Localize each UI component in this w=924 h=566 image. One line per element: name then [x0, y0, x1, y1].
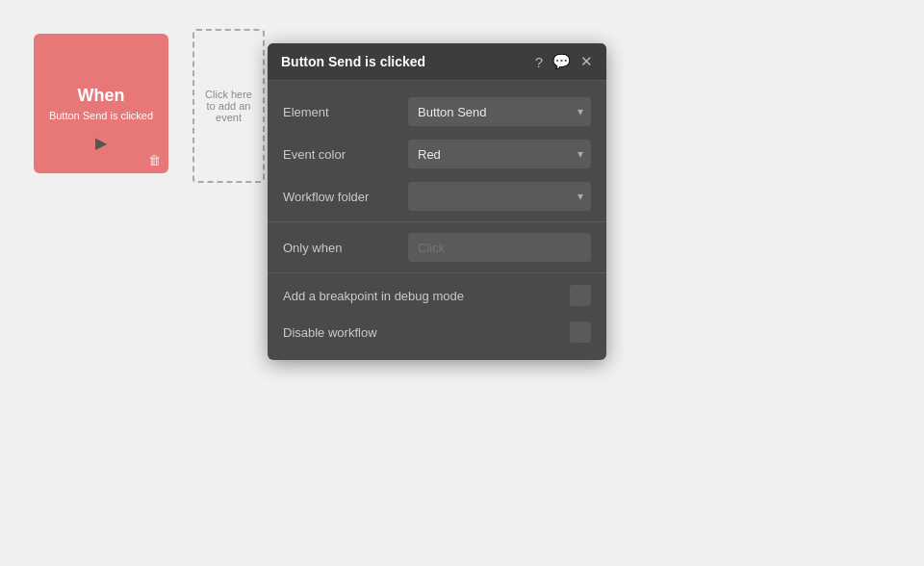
divider-1: [268, 221, 606, 222]
event-color-select[interactable]: Red Green Blue: [408, 140, 591, 168]
disable-workflow-label: Disable workflow: [283, 325, 377, 340]
event-color-row: Event color Red Green Blue: [268, 133, 606, 175]
disable-workflow-row: Disable workflow: [268, 314, 606, 350]
breakpoint-row: Add a breakpoint in debug mode: [268, 277, 606, 314]
help-icon[interactable]: ?: [535, 54, 543, 70]
modal-header: Button Send is clicked ? 💬 ✕: [268, 43, 606, 81]
modal-title: Button Send is clicked: [281, 54, 425, 69]
trash-icon[interactable]: 🗑: [148, 153, 161, 167]
close-icon[interactable]: ✕: [580, 53, 593, 70]
when-card[interactable]: When Button Send is clicked ▶ 🗑: [34, 34, 168, 173]
divider-2: [268, 272, 606, 273]
element-row: Element Button Send Button Cancel: [268, 90, 606, 133]
breakpoint-toggle[interactable]: [570, 285, 591, 306]
when-card-title: When: [78, 86, 125, 106]
element-select-wrapper[interactable]: Button Send Button Cancel: [408, 97, 591, 126]
event-placeholder[interactable]: Click here to add an event: [192, 29, 265, 183]
modal-dialog: Button Send is clicked ? 💬 ✕ Element But…: [268, 43, 606, 360]
cursor-icon: ▶: [95, 134, 107, 152]
event-color-select-wrapper[interactable]: Red Green Blue: [408, 140, 591, 168]
modal-body: Element Button Send Button Cancel Event …: [268, 81, 606, 360]
breakpoint-label: Add a breakpoint in debug mode: [283, 289, 464, 303]
only-when-label: Only when: [283, 241, 408, 255]
workflow-folder-select-wrapper[interactable]: [408, 182, 591, 211]
only-when-row: Only when: [268, 226, 606, 269]
modal-header-icons: ? 💬 ✕: [535, 53, 593, 70]
comment-icon[interactable]: 💬: [552, 53, 571, 70]
element-label: Element: [283, 105, 408, 119]
placeholder-text: Click here to add an event: [202, 89, 255, 123]
workflow-folder-label: Workflow folder: [283, 190, 408, 204]
only-when-input[interactable]: [408, 233, 591, 262]
when-card-subtitle: Button Send is clicked: [41, 110, 161, 121]
event-color-label: Event color: [283, 147, 408, 162]
element-select[interactable]: Button Send Button Cancel: [408, 97, 591, 126]
workflow-folder-select[interactable]: [408, 182, 591, 211]
workflow-folder-row: Workflow folder: [268, 175, 606, 218]
disable-workflow-toggle[interactable]: [570, 322, 591, 343]
